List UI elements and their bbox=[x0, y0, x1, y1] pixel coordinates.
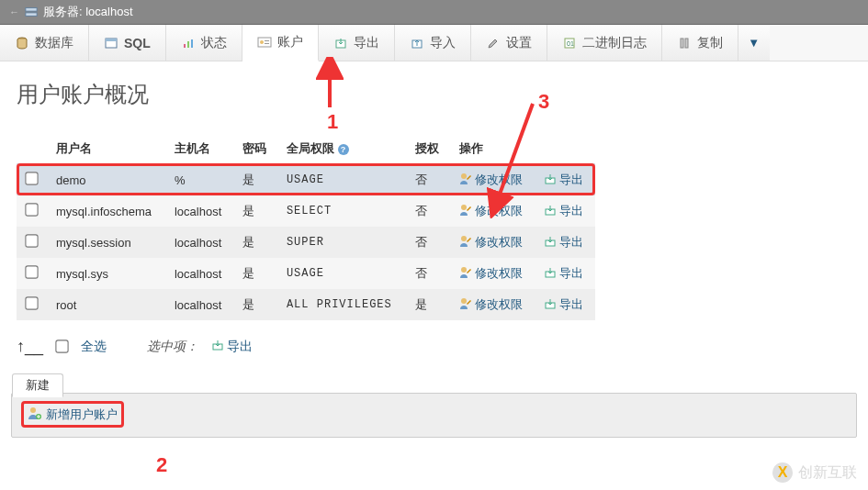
cell-host: localhost bbox=[165, 195, 233, 227]
cell-pwd: 是 bbox=[233, 195, 277, 227]
svg-point-22 bbox=[461, 236, 467, 241]
row-checkbox[interactable] bbox=[25, 296, 38, 309]
checkall-checkbox[interactable] bbox=[55, 340, 68, 352]
sql-icon bbox=[104, 36, 118, 50]
cell-user: mysql.sys bbox=[47, 258, 165, 289]
tab-database[interactable]: 数据库 bbox=[0, 25, 89, 61]
table-header-row: 用户名 主机名 密码 全局权限 ? 授权 操作 bbox=[17, 135, 595, 163]
cell-global: SELECT bbox=[277, 195, 406, 227]
svg-rect-1 bbox=[26, 13, 37, 17]
row-export-link[interactable]: 导出 bbox=[544, 296, 583, 313]
svg-point-29 bbox=[30, 407, 36, 413]
cell-global: ALL PRIVILEGES bbox=[277, 289, 406, 320]
export-icon bbox=[544, 173, 557, 188]
col-user[interactable]: 用户名 bbox=[47, 135, 165, 163]
col-global[interactable]: 全局权限 ? bbox=[277, 135, 406, 163]
tab-import[interactable]: 导入 bbox=[395, 25, 471, 61]
row-export-link[interactable]: 导出 bbox=[544, 234, 583, 251]
cell-host: localhost bbox=[165, 258, 233, 289]
collapse-arrow-icon[interactable]: ← bbox=[9, 6, 19, 17]
col-ops: 操作 bbox=[450, 135, 595, 163]
edit-privileges-link[interactable]: 修改权限 bbox=[459, 296, 523, 313]
col-host[interactable]: 主机名 bbox=[165, 135, 233, 163]
export-icon bbox=[544, 204, 557, 219]
binlog-icon: 01 bbox=[562, 36, 577, 50]
cell-grant: 否 bbox=[406, 163, 450, 195]
edit-privileges-link[interactable]: 修改权限 bbox=[459, 203, 523, 219]
tab-status[interactable]: 状态 bbox=[166, 25, 242, 61]
tab-settings[interactable]: 设置 bbox=[471, 25, 547, 61]
checkall-link[interactable]: 全选 bbox=[81, 339, 107, 355]
cell-pwd: 是 bbox=[233, 289, 277, 320]
annotation-2: 2 bbox=[156, 453, 167, 477]
user-edit-icon bbox=[459, 235, 472, 251]
svg-point-26 bbox=[461, 298, 467, 304]
svg-rect-17 bbox=[685, 39, 688, 48]
cell-grant: 是 bbox=[406, 289, 450, 320]
svg-rect-5 bbox=[184, 44, 186, 48]
cell-user: mysql.infoschema bbox=[47, 195, 165, 227]
table-row[interactable]: mysql.sessionlocalhost是SUPER否修改权限导出 bbox=[17, 227, 595, 258]
tab-accounts[interactable]: 账户 bbox=[242, 25, 319, 61]
tab-replication[interactable]: 复制 bbox=[662, 25, 738, 61]
selected-label: 选中项： bbox=[147, 339, 198, 355]
cell-global: SUPER bbox=[277, 227, 406, 258]
tab-binlog[interactable]: 01二进制日志 bbox=[547, 25, 662, 61]
database-icon bbox=[15, 36, 29, 50]
svg-rect-0 bbox=[26, 8, 37, 12]
col-pwd[interactable]: 密码 bbox=[233, 135, 277, 163]
export-icon bbox=[211, 339, 224, 354]
edit-privileges-link[interactable]: 修改权限 bbox=[459, 172, 523, 188]
user-edit-icon bbox=[459, 173, 472, 188]
cell-host: % bbox=[165, 163, 233, 195]
server-label: 服务器: localhost bbox=[43, 4, 133, 20]
cell-user: root bbox=[47, 289, 165, 320]
cell-grant: 否 bbox=[406, 258, 450, 289]
row-export-link[interactable]: 导出 bbox=[544, 265, 583, 282]
export-icon bbox=[544, 297, 557, 313]
svg-rect-4 bbox=[106, 39, 117, 41]
help-icon[interactable]: ? bbox=[338, 144, 349, 155]
arrow-up-icon: ↑__ bbox=[17, 337, 43, 356]
row-export-link[interactable]: 导出 bbox=[544, 203, 583, 219]
svg-rect-10 bbox=[265, 40, 269, 41]
edit-privileges-link[interactable]: 修改权限 bbox=[459, 265, 523, 282]
cell-global: USAGE bbox=[277, 258, 406, 289]
main-nav: 数据库 SQL 状态 账户 导出 导入 设置 01二进制日志 复制 ▼ bbox=[0, 25, 868, 61]
table-row[interactable]: rootlocalhost是ALL PRIVILEGES是修改权限导出 bbox=[17, 289, 595, 320]
svg-text:01: 01 bbox=[567, 40, 574, 47]
tab-sql[interactable]: SQL bbox=[89, 25, 166, 61]
watermark-logo-icon: X bbox=[772, 462, 793, 483]
cell-grant: 否 bbox=[406, 227, 450, 258]
table-row[interactable]: mysql.infoschemalocalhost是SELECT否修改权限导出 bbox=[17, 195, 595, 227]
watermark: X 创新互联 bbox=[772, 462, 857, 483]
import-icon bbox=[410, 36, 424, 50]
user-edit-icon bbox=[459, 297, 472, 313]
nav-more[interactable]: ▼ bbox=[738, 25, 770, 61]
row-checkbox[interactable] bbox=[25, 172, 38, 184]
add-user-link[interactable]: 新增用户账户 bbox=[21, 401, 124, 428]
table-row[interactable]: mysql.syslocalhost是USAGE否修改权限导出 bbox=[17, 258, 595, 289]
replication-icon bbox=[677, 36, 692, 50]
edit-privileges-link[interactable]: 修改权限 bbox=[459, 234, 523, 251]
row-checkbox[interactable] bbox=[25, 265, 38, 278]
tab-export[interactable]: 导出 bbox=[319, 25, 395, 61]
user-edit-icon bbox=[459, 266, 472, 282]
user-edit-icon bbox=[459, 204, 472, 219]
col-grant[interactable]: 授权 bbox=[406, 135, 450, 163]
export-icon bbox=[333, 36, 348, 50]
row-export-link[interactable]: 导出 bbox=[544, 172, 583, 188]
table-row[interactable]: demo%是USAGE否修改权限导出 bbox=[17, 163, 595, 195]
cell-pwd: 是 bbox=[233, 258, 277, 289]
add-user-icon bbox=[28, 406, 42, 423]
cell-global: USAGE bbox=[277, 163, 406, 195]
settings-icon bbox=[486, 36, 501, 50]
svg-rect-6 bbox=[187, 41, 189, 48]
server-icon bbox=[25, 6, 38, 17]
row-checkbox[interactable] bbox=[25, 234, 38, 247]
export-icon bbox=[544, 235, 557, 251]
status-icon bbox=[181, 36, 196, 50]
bulk-export-link[interactable]: 导出 bbox=[211, 339, 253, 355]
svg-point-9 bbox=[260, 40, 264, 44]
row-checkbox[interactable] bbox=[25, 203, 38, 216]
